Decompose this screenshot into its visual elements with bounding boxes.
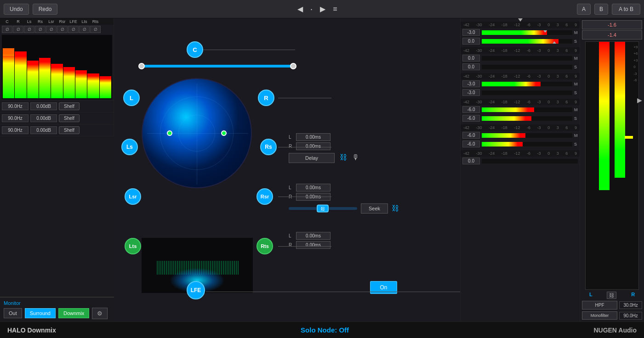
transport-dot: · [310, 4, 313, 14]
node-ls[interactable]: Ls [121, 139, 138, 155]
node-l[interactable]: L [123, 90, 140, 106]
bar-lfe [75, 70, 87, 98]
lr-s-label: S [574, 65, 578, 69]
delay-r-value-1: 0.00ms [296, 142, 331, 150]
delay-r-label-3: R [289, 242, 294, 248]
phase-lsr[interactable]: ∅ [46, 26, 57, 33]
top-toolbar: Undo Redo ◀ · ▶ ≡ A B A to B [0, 0, 644, 18]
lr-top-val: 0.0 [462, 55, 480, 62]
delay-button[interactable]: Delay [289, 153, 335, 163]
btn-atob[interactable]: A to B [612, 4, 640, 15]
status-brand: NUGEN Audio [593, 327, 637, 334]
bar-ls [27, 61, 39, 98]
hpf-button[interactable]: HPF [582, 301, 617, 310]
ch-s-label: S [574, 39, 578, 44]
surround-button[interactable]: Surround [25, 308, 56, 318]
lrts-scale-row: -42-30-24-18-12-6-30369 [461, 124, 580, 131]
phase-c[interactable]: ∅ [2, 26, 12, 33]
lrts-bot-meter [482, 142, 572, 146]
panner-dot-right[interactable] [221, 130, 227, 136]
gain-value-1: 0.00dB [30, 102, 57, 110]
seek-button[interactable]: Seek [361, 203, 388, 214]
master-left-peak: -3.0 [462, 29, 480, 36]
master-right-peak: 0.0 [462, 38, 480, 45]
freq-value-3: 90.0Hz [2, 126, 28, 134]
delay-l-label-3: L [289, 233, 294, 238]
lr-channel-bottom: 0.0 S [461, 62, 580, 71]
lrs-scale-row: -42-30-24-18-12-6-30369 [461, 73, 580, 79]
btn-a[interactable]: A [577, 4, 591, 15]
bar-rs [39, 58, 51, 98]
node-lts[interactable]: Lts [125, 238, 141, 254]
phase-buttons-row: ∅ ∅ ∅ ∅ ∅ ∅ ∅ ∅ ∅ [0, 25, 114, 34]
status-app-name: HALO Downmix [7, 327, 56, 334]
chain-icon-2: ⛓ [392, 204, 399, 213]
shelf-btn-1[interactable]: Shelf [59, 102, 80, 110]
lrsr-scale-row: -42-30-24-18-12-6-30369 [461, 99, 580, 105]
transport-play-icon[interactable]: ▶ [320, 5, 325, 13]
v-slider-track[interactable]: ⛓ [289, 207, 357, 210]
ch-label-rsr: Rsr [57, 19, 68, 24]
lr-m-label: M [574, 56, 578, 61]
delay-l-label-1: L [289, 135, 294, 140]
node-lsr[interactable]: Lsr [125, 188, 141, 205]
c-slider-thumb-left[interactable] [138, 63, 145, 69]
phase-r[interactable]: ∅ [13, 26, 23, 33]
monofilter-button[interactable]: Monofilter [582, 311, 617, 320]
multi-meter-area: C R Ls Rs Lsr Rsr LFE Lts Rts ∅ ∅ ∅ ∅ ∅ … [0, 18, 114, 136]
master-left-value-row: -3.0 M [461, 28, 580, 37]
play-indicator[interactable]: ▶ [637, 96, 642, 104]
master-right-value-row: 0.0 S [461, 37, 580, 45]
node-r[interactable]: R [258, 90, 274, 106]
node-rsr[interactable]: Rsr [256, 188, 273, 205]
bar-r [15, 51, 26, 98]
undo-button[interactable]: Undo [4, 4, 29, 15]
c-slider[interactable] [142, 62, 293, 70]
phase-rsr[interactable]: ∅ [57, 26, 68, 33]
delay-controls: L 0.00ms R 0.00ms Delay ⛓ 🎙 [289, 133, 399, 165]
phase-rs[interactable]: ∅ [35, 26, 46, 33]
vu-l-label: L [589, 292, 593, 299]
gear-button[interactable]: ⚙ [92, 308, 108, 319]
redo-button[interactable]: Redo [33, 4, 58, 15]
transport-back-icon[interactable]: ◀ [297, 5, 303, 13]
node-lfe[interactable]: LFE [187, 281, 205, 299]
panner-dot-left[interactable] [167, 130, 172, 136]
lr-bot-val: 0.0 [462, 63, 480, 70]
delay-l-label-2: L [289, 185, 294, 190]
out-button[interactable]: Out [4, 308, 22, 318]
meter-bars-container [2, 35, 112, 99]
filter-row-1: 90.0Hz 0.00dB Shelf [0, 100, 114, 112]
link-chain-btn[interactable]: ⛓ [317, 205, 329, 213]
btn-b[interactable]: B [594, 4, 608, 15]
node-rs[interactable]: Rs [260, 139, 277, 155]
lrsr-bot-meter [482, 116, 572, 121]
phase-lts[interactable]: ∅ [79, 26, 90, 33]
delay-controls-2: L 0.00ms R 0.00ms ⛓ Seek ⛓ [289, 184, 399, 214]
downmix-button[interactable]: Downmix [58, 308, 89, 318]
lfe-scale-row: -42-30-24-18-12-6-30369 [461, 150, 580, 157]
node-c-top[interactable]: C [187, 41, 203, 58]
vu-link-icon[interactable]: ⛓ [607, 292, 616, 299]
shelf-btn-3[interactable]: Shelf [59, 126, 80, 134]
bar-c [3, 48, 14, 98]
lfe-meter [482, 159, 578, 163]
hpf-control: HPF 30.0Hz [582, 301, 642, 310]
lr-channel-top: 0.0 M [461, 54, 580, 62]
panner-sphere[interactable] [142, 78, 252, 188]
phase-lfe[interactable]: ∅ [68, 26, 79, 33]
monofilter-control: Monofilter 90.0Hz [582, 311, 642, 320]
node-rts[interactable]: Rts [256, 238, 273, 254]
lr-scale-row: -42-30-24-18-12-6-30369 [461, 47, 580, 54]
shelf-btn-2[interactable]: Shelf [59, 114, 80, 122]
meter-scale-row: -42 -30 -24 -18 -12 -6 -3 0 3 6 9 [461, 22, 580, 28]
lrs-bot-val: -3.0 [462, 89, 480, 96]
transport-list-icon[interactable]: ≡ [333, 5, 337, 13]
connector-lrts [278, 246, 331, 247]
phase-rts[interactable]: ∅ [90, 26, 101, 33]
phase-ls[interactable]: ∅ [24, 26, 34, 33]
lrts-top-val: -6.0 [462, 132, 480, 139]
c-slider-thumb-right[interactable] [290, 63, 296, 69]
filter-row-3: 90.0Hz 0.00dB Shelf [0, 124, 114, 136]
ch-m-label: M [574, 30, 578, 35]
